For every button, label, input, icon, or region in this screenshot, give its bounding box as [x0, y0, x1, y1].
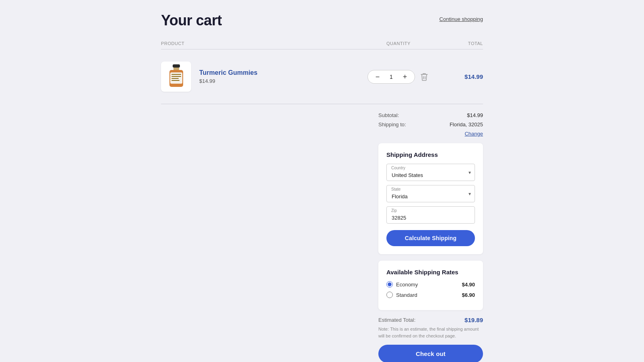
product-info: Turmeric Gummies $14.99: [161, 62, 362, 92]
country-select[interactable]: United States Canada United Kingdom: [386, 164, 475, 181]
right-panel: Subtotal: $14.99 Shipping to: Florida, 3…: [378, 112, 483, 362]
col-quantity-label: QUANTITY: [362, 41, 435, 46]
zip-input[interactable]: [386, 206, 475, 224]
subtotal-row: Subtotal: $14.99: [378, 112, 483, 118]
product-image: [161, 62, 191, 92]
quantity-decrease-button[interactable]: −: [374, 73, 382, 81]
rate-standard: Standard $6.90: [386, 292, 475, 298]
table-row: Turmeric Gummies $14.99 − 1 +: [161, 53, 483, 100]
svg-rect-7: [171, 80, 180, 81]
quantity-stepper: − 1 +: [367, 70, 415, 84]
shipping-row: Shipping to: Florida, 32025: [378, 121, 483, 128]
svg-rect-5: [171, 76, 181, 77]
product-name[interactable]: Turmeric Gummies: [199, 69, 258, 76]
estimated-value: $19.89: [464, 317, 483, 323]
rate-economy: Economy $4.90: [386, 281, 475, 288]
product-image-svg: [166, 64, 186, 89]
product-text: Turmeric Gummies $14.99: [199, 69, 258, 84]
rate-economy-label: Economy: [396, 282, 418, 288]
svg-rect-1: [173, 68, 179, 70]
page-title: Your cart: [161, 12, 222, 29]
quantity-control: − 1 +: [362, 70, 435, 84]
estimated-total-row: Estimated Total: $19.89: [378, 317, 483, 323]
checkout-button[interactable]: Check out: [378, 345, 483, 362]
rate-standard-price: $6.90: [462, 292, 475, 298]
quantity-increase-button[interactable]: +: [401, 73, 409, 81]
estimated-label: Estimated Total:: [378, 317, 415, 323]
svg-rect-4: [171, 74, 181, 75]
shipping-address-title: Shipping Address: [386, 151, 475, 158]
rate-standard-label: Standard: [396, 292, 417, 298]
zip-field: Zip: [386, 206, 475, 224]
shipping-rates-title: Available Shipping Rates: [386, 269, 475, 276]
svg-rect-0: [173, 64, 180, 68]
product-unit-price: $14.99: [199, 78, 258, 84]
change-shipping-link[interactable]: Change: [378, 131, 483, 137]
rate-standard-radio[interactable]: [386, 292, 393, 298]
col-total-label: TOTAL: [435, 41, 483, 46]
quantity-value: 1: [387, 74, 395, 80]
trash-icon: [421, 73, 428, 81]
col-product-label: PRODUCT: [161, 41, 362, 46]
state-field: State Florida California New York Texas …: [386, 185, 475, 202]
shipping-note: Note: This is an estimate, the final shi…: [378, 326, 483, 339]
rate-economy-radio[interactable]: [386, 281, 393, 288]
delete-item-button[interactable]: [419, 71, 429, 82]
svg-rect-6: [171, 78, 179, 79]
shipping-label: Shipping to:: [378, 121, 406, 128]
calculate-shipping-button[interactable]: Calculate Shipping: [386, 230, 475, 246]
shipping-address-box: Shipping Address Country United States C…: [378, 143, 483, 254]
product-total-price: $14.99: [435, 73, 483, 80]
rate-economy-price: $4.90: [462, 282, 475, 288]
country-field: Country United States Canada United King…: [386, 164, 475, 181]
shipping-rates-box: Available Shipping Rates Economy $4.90 S…: [378, 261, 483, 310]
subtotal-value: $14.99: [467, 112, 483, 118]
cart-divider: [161, 104, 483, 104]
subtotal-label: Subtotal:: [378, 112, 399, 118]
order-summary: Subtotal: $14.99 Shipping to: Florida, 3…: [378, 112, 483, 137]
continue-shopping-link[interactable]: Continue shopping: [440, 16, 483, 22]
shipping-location: Florida, 32025: [450, 121, 483, 128]
bottom-section: Subtotal: $14.99 Shipping to: Florida, 3…: [161, 112, 483, 362]
table-header: PRODUCT QUANTITY TOTAL: [161, 41, 483, 49]
state-select[interactable]: Florida California New York Texas: [386, 185, 475, 202]
